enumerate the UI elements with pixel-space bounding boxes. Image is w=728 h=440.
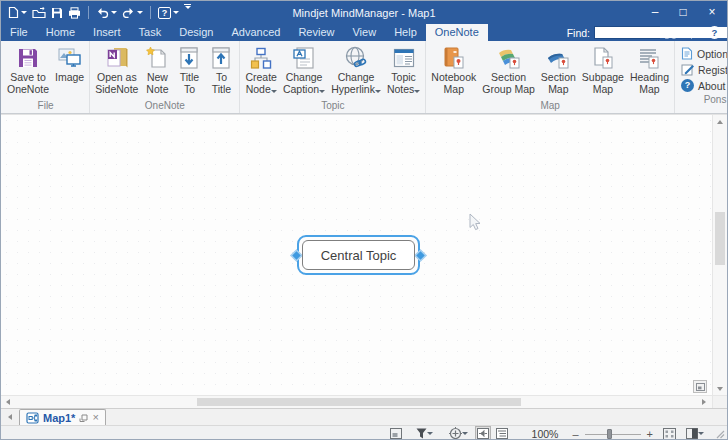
find-options-button[interactable]	[664, 27, 685, 39]
register-button[interactable]: Register	[677, 62, 728, 77]
fit-map-icon	[696, 383, 705, 391]
group-label-topic: Topic	[242, 99, 423, 113]
zoom-in-button[interactable]: +	[647, 428, 653, 440]
to-title-button[interactable]: To Title	[205, 42, 237, 95]
dropdown-caret-icon	[679, 31, 685, 34]
new-note-button[interactable]: New Note	[141, 42, 173, 95]
tab-insert[interactable]: Insert	[84, 24, 130, 41]
map-view-button[interactable]	[475, 426, 491, 440]
central-topic[interactable]: Central Topic	[297, 235, 420, 275]
undo-button[interactable]	[95, 4, 118, 22]
subpage-map-button[interactable]: Subpage Map	[579, 42, 627, 95]
zoom-select-button[interactable]	[449, 427, 468, 440]
vertical-scrollbar-thumb[interactable]	[715, 212, 725, 265]
onenote-sidenote-icon	[104, 44, 130, 72]
section-map-button[interactable]: Section Map	[538, 42, 579, 95]
resize-grip[interactable]	[716, 429, 725, 440]
dropdown-caret-icon	[427, 432, 433, 435]
help-menu-button[interactable]: ?	[157, 4, 180, 22]
vertical-scrollbar[interactable]	[712, 115, 727, 395]
new-note-icon	[144, 44, 170, 72]
subpage-map-icon	[590, 44, 616, 72]
minimize-button[interactable]: –	[641, 1, 669, 24]
section-group-map-button[interactable]: Section Group Map	[479, 42, 538, 95]
title-to-button[interactable]: Title To	[173, 42, 205, 95]
quick-access-toolbar: ?	[1, 4, 192, 22]
zoom-slider-thumb[interactable]	[607, 429, 612, 439]
ribbon-group-onenote: Open as SideNote New Note Title To	[90, 41, 240, 113]
about-button[interactable]: ? About	[677, 78, 728, 93]
central-topic-label[interactable]: Central Topic	[302, 240, 415, 270]
image-button[interactable]: Image	[52, 42, 87, 84]
collapse-ribbon-button[interactable]	[698, 31, 704, 35]
horizontal-scrollbar-thumb[interactable]	[197, 398, 521, 406]
change-caption-icon	[291, 44, 317, 72]
options-icon	[681, 47, 693, 60]
ribbon-group-file: Save to OneNote Image File	[2, 41, 90, 113]
tab-onenote[interactable]: OneNote	[426, 24, 488, 41]
zoom-out-button[interactable]: –	[572, 428, 578, 440]
map-canvas[interactable]: Central Topic	[1, 114, 727, 395]
topic-notes-button[interactable]: Topic Notes	[384, 42, 423, 95]
tab-scroll-left-button[interactable]	[1, 409, 19, 425]
scroll-down-button[interactable]	[713, 382, 727, 395]
tab-view[interactable]: View	[343, 24, 385, 41]
new-document-button[interactable]	[7, 4, 28, 22]
tab-design[interactable]: Design	[170, 24, 222, 41]
ribbon-group-topic: Create Node Change Caption Change Hyperl…	[240, 41, 426, 113]
change-hyperlink-button[interactable]: Change Hyperlink	[328, 42, 384, 95]
zoom-target-icon	[449, 427, 462, 440]
scroll-right-button[interactable]	[697, 396, 710, 408]
document-tab-bar: Map1* ×	[1, 408, 727, 425]
dropdown-caret-icon	[111, 11, 117, 14]
add-topic-handle-right[interactable]	[414, 249, 427, 262]
heading-map-icon	[636, 44, 662, 72]
document-tab-map1[interactable]: Map1* ×	[19, 409, 106, 425]
float-window-icon[interactable]	[79, 414, 88, 422]
change-hyperlink-icon	[343, 44, 369, 72]
filter-button[interactable]	[416, 428, 433, 439]
notebook-map-button[interactable]: Notebook Map	[428, 42, 479, 95]
horizontal-scrollbar[interactable]	[1, 395, 727, 408]
create-node-button[interactable]: Create Node	[242, 42, 280, 95]
zoom-slider[interactable]	[585, 428, 641, 440]
dropdown-caret-icon	[698, 432, 704, 435]
arrow-up-icon	[717, 120, 723, 124]
add-topic-handle-left[interactable]	[290, 249, 303, 262]
fit-map-button[interactable]	[693, 380, 707, 393]
tab-review[interactable]: Review	[289, 24, 343, 41]
redo-button[interactable]	[121, 4, 144, 22]
tab-home[interactable]: Home	[37, 24, 84, 41]
map-overview-icon	[390, 428, 402, 439]
dropdown-caret-icon	[173, 11, 179, 14]
tab-file[interactable]: File	[1, 24, 37, 41]
dropdown-caret-icon	[137, 11, 143, 14]
customize-qat-button[interactable]	[183, 4, 192, 22]
arrow-right-icon	[702, 399, 706, 405]
print-button[interactable]	[67, 4, 82, 22]
mouse-cursor	[469, 213, 482, 231]
tab-advanced[interactable]: Advanced	[222, 24, 289, 41]
close-tab-button[interactable]: ×	[92, 413, 98, 422]
task-pane-button[interactable]	[686, 428, 704, 439]
tab-task[interactable]: Task	[130, 24, 171, 41]
open-as-sidenote-button[interactable]: Open as SideNote	[92, 42, 141, 95]
outline-view-button[interactable]	[494, 426, 510, 440]
scroll-up-button[interactable]	[713, 115, 727, 128]
heading-map-button[interactable]: Heading Map	[627, 42, 672, 95]
save-to-onenote-button[interactable]: Save to OneNote	[4, 42, 52, 95]
maximize-button[interactable]: □	[669, 1, 697, 24]
change-caption-button[interactable]: Change Caption	[280, 42, 328, 95]
show-balanced-map-button[interactable]	[390, 428, 402, 439]
tab-help[interactable]: Help	[385, 24, 426, 41]
save-button[interactable]	[50, 4, 64, 22]
help-button[interactable]: ?	[708, 26, 721, 39]
scrollbar-corner	[712, 396, 727, 408]
fit-map-to-window-button[interactable]	[663, 428, 676, 440]
options-button[interactable]: Options	[677, 46, 728, 61]
notebook-map-icon	[441, 44, 467, 72]
close-button[interactable]: ×	[697, 1, 727, 24]
scroll-left-button[interactable]	[1, 396, 14, 408]
open-button[interactable]	[31, 4, 47, 22]
new-document-icon	[8, 6, 19, 19]
